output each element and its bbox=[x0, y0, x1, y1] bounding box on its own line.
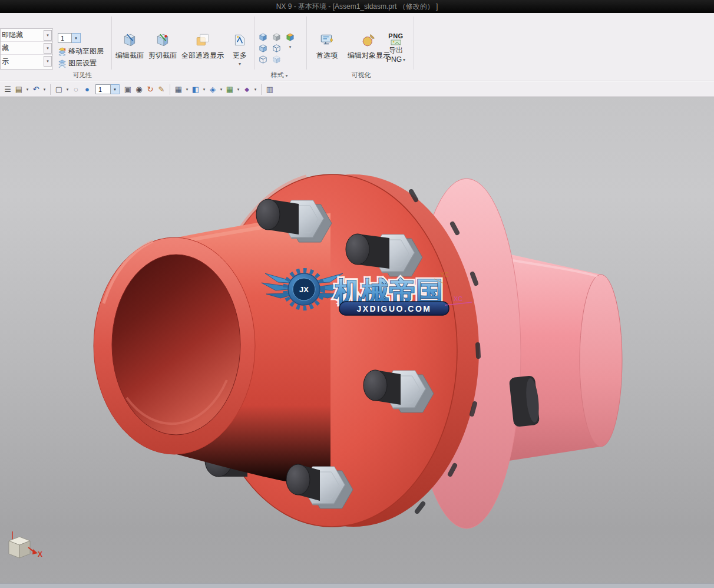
shaded-cube-icon[interactable] bbox=[258, 32, 268, 42]
style-column bbox=[258, 32, 268, 65]
chevron-down-icon[interactable]: ▾ bbox=[42, 87, 47, 92]
show-translucent-label: 全部通透显示 bbox=[181, 51, 224, 61]
title-bar[interactable]: NX 9 - 基本环境 - [Assem1_sldasm.prt （修改的） ] bbox=[0, 0, 714, 13]
style-column bbox=[272, 32, 282, 65]
pencil-icon[interactable]: ✎ bbox=[156, 84, 167, 95]
chevron-down-icon: ▾ bbox=[286, 73, 288, 78]
watermark-site: JXDIGUO.COM bbox=[356, 304, 431, 313]
section-plane-icon bbox=[122, 32, 137, 48]
snapshot-icon[interactable]: ▣ bbox=[123, 84, 133, 95]
wireframe-view-icon[interactable]: ▦ bbox=[224, 84, 235, 95]
layer-combo-value[interactable]: 1 bbox=[58, 33, 72, 43]
chevron-down-icon[interactable]: ▾ bbox=[236, 87, 241, 92]
png-icon: PNG bbox=[388, 32, 403, 39]
triad-x-label: X bbox=[38, 550, 42, 559]
layers-icon bbox=[58, 59, 67, 68]
gallery-row-show[interactable]: 示 ▾ bbox=[1, 55, 52, 68]
translucent-sheets-icon bbox=[195, 32, 210, 48]
edit-section-label: 编辑截面 bbox=[115, 51, 144, 61]
gallery-row-label: 示 bbox=[1, 57, 44, 67]
bottom-edge-strip bbox=[0, 583, 714, 588]
menu-icon[interactable]: ☰ bbox=[2, 84, 13, 95]
group-separator bbox=[414, 16, 414, 70]
grid-icon[interactable]: ▦ bbox=[173, 84, 184, 95]
sphere-icon[interactable]: ● bbox=[82, 84, 92, 95]
gray-cube-icon[interactable] bbox=[272, 32, 282, 42]
selection-scope-combo[interactable]: 1 ▾ bbox=[95, 84, 120, 94]
group-separator bbox=[111, 16, 112, 70]
export-label-line2: PNG bbox=[386, 55, 402, 64]
chevron-down-icon[interactable]: ▾ bbox=[184, 87, 190, 92]
hidden-edges-cube-icon[interactable] bbox=[272, 44, 282, 54]
watermark-badge: JX bbox=[299, 285, 309, 294]
view-triad: X bbox=[9, 531, 42, 559]
group-separator bbox=[306, 16, 307, 70]
gallery-row-immediate-hide[interactable]: 即隐藏 ▾ bbox=[1, 29, 52, 42]
effects-icon[interactable]: ◆ bbox=[242, 84, 252, 95]
monitor-icon bbox=[319, 32, 335, 48]
view-cube-icon[interactable]: ◈ bbox=[207, 84, 218, 95]
layer-settings-button[interactable]: 图层设置 bbox=[58, 58, 97, 68]
zoom-icon[interactable]: ◉ bbox=[134, 84, 144, 95]
selection-scope-value[interactable]: 1 bbox=[95, 84, 111, 94]
graphics-window[interactable]: JX 机械帝国 机械帝国 JXDIGUO.COM YC XC bbox=[0, 97, 714, 588]
toolbar-separator bbox=[261, 84, 262, 95]
wcs-xc-label: XC bbox=[454, 295, 462, 302]
show-translucent-button[interactable]: 全部通透显示 bbox=[180, 32, 225, 61]
image-icon bbox=[391, 39, 401, 45]
chevron-down-icon[interactable]: ▾ bbox=[219, 87, 224, 92]
chevron-down-icon[interactable]: ▾ bbox=[72, 33, 81, 43]
more-label: 更多 bbox=[233, 51, 247, 61]
hub-sleeve[interactable] bbox=[94, 213, 330, 488]
chevron-down-icon[interactable]: ▾ bbox=[253, 87, 258, 92]
move-to-layer-button[interactable]: 移动至图层 bbox=[58, 46, 104, 57]
layer-settings-label: 图层设置 bbox=[68, 58, 97, 68]
wcs-yc-label: YC bbox=[440, 271, 449, 278]
toolbar-separator bbox=[50, 84, 51, 95]
paste-icon[interactable]: ▤ bbox=[14, 84, 24, 95]
export-label-line1: 导出 bbox=[389, 45, 403, 55]
ghost-cube-icon[interactable] bbox=[272, 55, 282, 65]
group-separator bbox=[254, 16, 255, 70]
chevron-down-icon[interactable]: ▾ bbox=[65, 87, 70, 92]
nx-window: NX 9 - 基本环境 - [Assem1_sldasm.prt （修改的） ]… bbox=[0, 0, 714, 588]
wireframe-cube-icon[interactable] bbox=[258, 55, 268, 65]
preferences-button[interactable]: 首选项 bbox=[311, 32, 343, 61]
window-title: NX 9 - 基本环境 - [Assem1_sldasm.prt （修改的） ] bbox=[276, 2, 438, 12]
model-canvas[interactable]: JX 机械帝国 机械帝国 JXDIGUO.COM YC XC bbox=[0, 97, 714, 588]
colorful-cube-icon[interactable] bbox=[285, 32, 295, 42]
clip-section-button[interactable]: 剪切截面 bbox=[146, 32, 179, 61]
top-border-toolbar: ☰ ▤ ▾ ↶ ▾ ▢ ▾ ◌ ● 1 ▾ ▣ ◉ ↻ ✎ ▦ ▾ ◧ ▾ ◈ … bbox=[0, 81, 714, 97]
clip-section-icon bbox=[155, 32, 170, 48]
chevron-down-icon[interactable]: ▾ bbox=[285, 44, 295, 51]
marquee-select-icon[interactable]: ▢ bbox=[54, 84, 64, 95]
gallery-row-hide[interactable]: 藏 ▾ bbox=[1, 42, 52, 55]
gallery-row-label: 藏 bbox=[1, 43, 44, 53]
render-style-icon[interactable]: ◧ bbox=[190, 84, 201, 95]
more-button[interactable]: 更多 ▾ bbox=[227, 32, 252, 67]
clip-section-label: 剪切截面 bbox=[148, 51, 177, 61]
chevron-down-icon[interactable]: ▾ bbox=[111, 84, 120, 94]
ribbon: 即隐藏 ▾ 藏 ▾ 示 ▾ 1 ▾ 移动至图层 bbox=[0, 13, 714, 81]
chevron-down-icon[interactable]: ▾ bbox=[25, 87, 30, 92]
chevron-down-icon[interactable]: ▾ bbox=[239, 61, 241, 67]
style-column: ▾ bbox=[285, 32, 295, 65]
undo-icon[interactable]: ↶ bbox=[31, 84, 41, 95]
measure-icon[interactable]: ▥ bbox=[265, 84, 275, 95]
edit-section-button[interactable]: 编辑截面 bbox=[113, 32, 146, 61]
export-png-button[interactable]: PNG 导出 PNG ▾ bbox=[382, 32, 410, 64]
chevron-down-icon[interactable]: ▾ bbox=[44, 56, 52, 67]
layers-move-icon bbox=[58, 47, 67, 56]
layer-combo[interactable]: 1 ▾ bbox=[58, 33, 81, 43]
more-commands-icon bbox=[232, 32, 247, 48]
chevron-down-icon[interactable]: ▾ bbox=[44, 30, 52, 41]
orbit-icon[interactable]: ↻ bbox=[145, 84, 156, 95]
object-display-icon bbox=[361, 32, 376, 48]
lasso-select-icon[interactable]: ◌ bbox=[71, 84, 81, 95]
chevron-down-icon[interactable]: ▾ bbox=[201, 87, 207, 92]
chevron-down-icon[interactable]: ▾ bbox=[44, 43, 52, 54]
style-group-label[interactable]: 样式 ▾ bbox=[258, 71, 300, 80]
visibility-group-label: 可见性 bbox=[56, 71, 109, 80]
gallery-row-label: 即隐藏 bbox=[1, 30, 44, 40]
shaded-edges-cube-icon[interactable] bbox=[258, 44, 268, 54]
